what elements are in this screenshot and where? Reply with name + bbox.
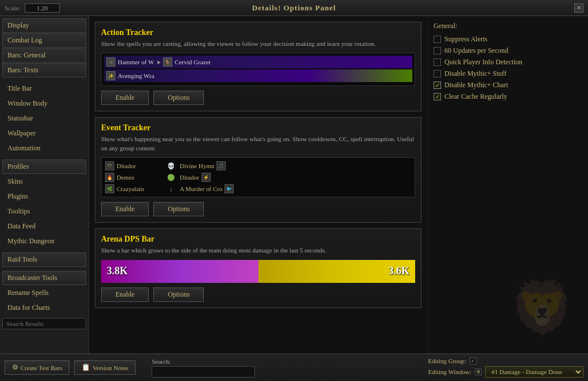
sidebar-item-tooltips[interactable]: Tooltips bbox=[2, 204, 86, 219]
sidebar-item-automation[interactable]: Automation bbox=[2, 141, 86, 155]
action-tracker-options-button[interactable]: Options bbox=[153, 91, 204, 105]
event-row-1: 🛡 Ditador 💀 Divine Hymn 🎵 bbox=[104, 160, 412, 172]
arena-bar-preview: 3.8K 3.6K bbox=[101, 260, 415, 283]
event-icon-2: 🔥 bbox=[105, 173, 114, 182]
arena-bar-right: 3.6K bbox=[258, 260, 416, 283]
general-title: General: bbox=[434, 22, 582, 30]
version-notes-button[interactable]: 📋 Version Notes bbox=[74, 360, 136, 375]
event-tracker-enable-button[interactable]: Enable bbox=[101, 202, 149, 216]
sidebar-item-raid-tools[interactable]: Raid Tools bbox=[2, 252, 86, 267]
create-test-bars-button[interactable]: ⚙ Create Test Bars bbox=[5, 360, 69, 375]
checkbox-label-clear-cache: Clear Cache Regularly bbox=[444, 92, 507, 101]
sidebar-item-profiles[interactable]: Profiles bbox=[2, 160, 86, 174]
arena-dps-section: Arena DPS Bar Show a bar which grows to … bbox=[95, 228, 421, 308]
event-tracker-desc: Show what's happening near you so the vi… bbox=[101, 135, 415, 153]
sidebar-item-mythic-dungeon[interactable]: Mythic Dungeon bbox=[2, 234, 86, 248]
main-layout: DisplayCombat LogBars: GeneralBars: Text… bbox=[0, 16, 588, 353]
sidebar-item-bars-texts[interactable]: Bars: Texts bbox=[2, 63, 86, 77]
checkbox-disable-mythic-chart[interactable]: ✓ bbox=[434, 81, 441, 89]
sidebar-item-combat-log[interactable]: Combat Log bbox=[2, 33, 86, 48]
bottom-bar: ⚙ Create Test Bars 📋 Version Notes Searc… bbox=[0, 353, 588, 381]
version-notes-label: Version Notes bbox=[92, 364, 128, 371]
right-panel: General: Suppress Alerts60 Updates per S… bbox=[427, 16, 588, 353]
action-tracker-preview: ⚔ Hammer of W ➤ 🦌 Cervid Grazer ✨ Avengi… bbox=[101, 53, 415, 86]
tracker-spell-1: Cervid Grazer bbox=[175, 59, 211, 65]
event-center-1: 💀 bbox=[163, 162, 180, 170]
checkbox-clear-cache[interactable]: ✓ bbox=[434, 93, 441, 100]
lion-watermark: 🦁 bbox=[508, 273, 577, 342]
sidebar-item-rename-spells[interactable]: Rename Spells bbox=[2, 286, 86, 300]
sidebar-item-broadcaster-tools[interactable]: Broadcaster Tools bbox=[2, 271, 86, 285]
checkbox-row-disable-mythic-chart: ✓Disable Mythic+ Chart bbox=[434, 81, 582, 90]
create-test-bars-label: Create Test Bars bbox=[21, 364, 62, 371]
event-tracker-buttons: Enable Options bbox=[101, 202, 415, 216]
arena-bar-left: 3.8K bbox=[101, 260, 258, 283]
event-name-1: Ditador bbox=[117, 162, 163, 169]
event-icon-3: 🌿 bbox=[105, 184, 114, 193]
title-bar-left: Scale: 1.20 bbox=[5, 3, 60, 13]
tracker-row-1: ⚔ Hammer of W ➤ 🦌 Cervid Grazer bbox=[104, 56, 412, 68]
checkbox-row-disable-mythic-stuff: Disable Mythic+ Stuff bbox=[434, 69, 582, 78]
sidebar-item-wallpaper[interactable]: Wallpaper bbox=[2, 126, 86, 141]
event-icon-right-1: 🎵 bbox=[216, 161, 226, 170]
checkbox-quick-player[interactable] bbox=[434, 59, 441, 66]
sidebar-item-display[interactable]: Display bbox=[2, 18, 86, 33]
checkbox-label-suppress-alerts: Suppress Alerts bbox=[444, 35, 488, 44]
tracker-icon-1: ⚔ bbox=[106, 57, 115, 67]
sidebar-item-plugins[interactable]: Plugins bbox=[2, 189, 86, 204]
tracker-arrow-1: ➤ bbox=[156, 59, 161, 65]
checkbox-row-clear-cache: ✓Clear Cache Regularly bbox=[434, 92, 582, 101]
sidebar-item-skins[interactable]: Skins bbox=[2, 174, 86, 189]
editing-window-row: Editing Window: ⚙ #1 Damage - Damage Don… bbox=[428, 366, 583, 378]
sidebar-item-data-for-charts[interactable]: Data for Charts bbox=[2, 301, 86, 315]
close-button[interactable]: ✕ bbox=[574, 3, 583, 13]
editing-group-checkbox[interactable]: ✓ bbox=[470, 357, 477, 364]
sidebar-item-window-body[interactable]: Window Body bbox=[2, 96, 86, 111]
checkbox-60-updates[interactable] bbox=[434, 47, 441, 55]
sidebar-item-bars-general[interactable]: Bars: General bbox=[2, 48, 86, 63]
editing-window-checkbox[interactable]: ⚙ bbox=[475, 368, 482, 375]
event-spell-2: Ditador bbox=[180, 174, 199, 181]
arena-dps-title: Arena DPS Bar bbox=[101, 235, 415, 244]
title-bar: Scale: 1.20 Details! Options Panel ✕ bbox=[0, 0, 588, 16]
version-notes-icon: 📋 bbox=[82, 363, 90, 372]
sidebar: DisplayCombat LogBars: GeneralBars: Text… bbox=[0, 16, 89, 353]
action-tracker-title: Action Tracker bbox=[101, 28, 415, 37]
tracker-icon-spell-1: 🦌 bbox=[163, 57, 172, 67]
event-name-3: Crazyalain bbox=[117, 185, 163, 192]
arena-dps-desc: Show a bar which grows to the side of th… bbox=[101, 246, 415, 255]
arena-bar-right-value: 3.6K bbox=[388, 265, 409, 277]
action-tracker-enable-button[interactable]: Enable bbox=[101, 91, 149, 105]
checkbox-label-quick-player: Quick Player Info Detection bbox=[444, 58, 523, 67]
checkbox-row-quick-player: Quick Player Info Detection bbox=[434, 58, 582, 67]
event-row-2: 🔥 Demez 🟢 Ditador ⚡ bbox=[104, 172, 412, 183]
editing-group-row: Editing Group: ✓ bbox=[428, 357, 583, 364]
search-section: Search: bbox=[152, 358, 255, 378]
event-center-3: ↓ bbox=[163, 185, 180, 192]
tracker-text-1: Hammer of W bbox=[118, 59, 154, 65]
checkbox-disable-mythic-stuff[interactable] bbox=[434, 70, 441, 77]
arena-dps-options-button[interactable]: Options bbox=[153, 287, 204, 302]
search-results-input[interactable] bbox=[2, 318, 86, 329]
checkbox-suppress-alerts[interactable] bbox=[434, 36, 441, 43]
arena-bar-left-value: 3.8K bbox=[107, 265, 128, 277]
search-label: Search: bbox=[152, 358, 171, 365]
sidebar-item-title-bar[interactable]: Title Bar bbox=[2, 81, 86, 96]
checkbox-label-disable-mythic-stuff: Disable Mythic+ Stuff bbox=[444, 69, 506, 78]
event-spell-1: Divine Hymn bbox=[180, 162, 214, 169]
sidebar-item-statusbar[interactable]: Statusbar bbox=[2, 111, 86, 126]
event-tracker-title: Event Tracker bbox=[101, 123, 415, 133]
event-tracker-options-button[interactable]: Options bbox=[153, 202, 204, 216]
arena-dps-enable-button[interactable]: Enable bbox=[101, 287, 149, 302]
checkbox-row-suppress-alerts: Suppress Alerts bbox=[434, 35, 582, 44]
event-tracker-section: Event Tracker Show what's happening near… bbox=[95, 117, 421, 223]
scale-value: 1.20 bbox=[25, 3, 60, 13]
editing-window-dropdown[interactable]: #1 Damage - Damage Done bbox=[485, 366, 583, 378]
editing-section: Editing Group: ✓ Editing Window: ⚙ #1 Da… bbox=[428, 357, 583, 378]
action-tracker-desc: Show the spells you are casting, allowin… bbox=[101, 40, 415, 48]
window-title: Details! Options Panel bbox=[252, 3, 336, 13]
event-icon-1: 🛡 bbox=[105, 161, 114, 170]
search-input[interactable] bbox=[152, 366, 255, 378]
arena-dps-buttons: Enable Options bbox=[101, 287, 415, 302]
sidebar-item-data-feed[interactable]: Data Feed bbox=[2, 219, 86, 234]
